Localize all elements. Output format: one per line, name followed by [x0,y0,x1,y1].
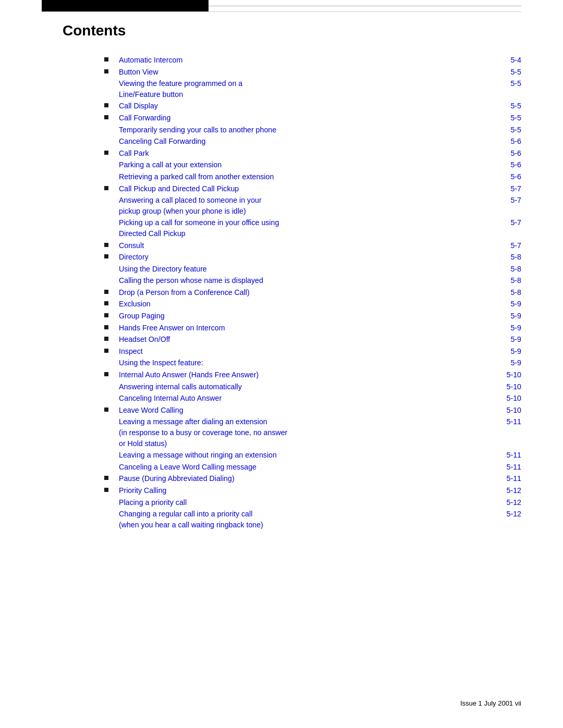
page-number: 5-10 [500,381,521,392]
toc-link[interactable]: Canceling a Leave Word Calling message [119,462,500,473]
toc-link[interactable]: Automatic Intercom [119,55,501,66]
bullet-icon [104,183,119,190]
list-item: Call Display 5-5 [104,101,521,112]
toc-link[interactable]: Answering a call placed to someone in yo… [119,195,501,216]
list-item: Exclusion 5-9 [104,299,521,310]
list-item: Retrieving a parked call from another ex… [104,171,521,182]
bullet-icon [104,240,119,247]
list-item: Leave Word Calling 5-10 [104,405,521,416]
toc-link[interactable]: Leave Word Calling [119,405,500,416]
bullet-icon [104,67,119,73]
list-item: Canceling a Leave Word Calling message 5… [104,462,521,473]
list-item: Inspect 5-9 [104,346,521,357]
list-item: Internal Auto Answer (Hands Free Answer)… [104,369,521,380]
toc-link[interactable]: Exclusion [119,299,501,310]
toc-link[interactable]: Answering internal calls automatically [119,381,500,392]
bullet-icon [104,485,119,492]
toc-link[interactable]: Leaving a message after dialing an exten… [119,416,500,449]
top-decoration [0,0,563,11]
toc-link[interactable]: Canceling Internal Auto Answer [119,393,500,404]
toc-link[interactable]: Using the Inspect feature: [119,357,501,368]
toc-link[interactable]: Using the Directory feature [119,264,501,275]
toc-link[interactable]: Group Paging [119,311,501,322]
toc-link[interactable]: Calling the person whose name is display… [119,275,501,286]
list-item: Priority Calling 5-12 [104,485,521,496]
list-item: Picking up a call for someone in your of… [104,217,521,239]
page-number: 5-9 [501,357,521,368]
page-number: 5-5 [501,78,521,89]
page-number: 5-12 [500,485,521,496]
toc-link[interactable]: Hands Free Answer on Intercom [119,323,501,334]
list-item: Call Park 5-6 [104,148,521,159]
toc-link[interactable]: Call Forwarding [119,113,501,124]
list-item: Calling the person whose name is display… [104,275,521,286]
toc-link[interactable]: Consult [119,240,501,251]
page-number: 5-6 [501,148,521,159]
toc-link[interactable]: Placing a priority call [119,497,500,508]
toc-link[interactable]: Canceling Call Forwarding [119,136,501,147]
list-item: Using the Inspect feature: 5-9 [104,357,521,368]
page-number: 5-6 [501,171,521,182]
page-number: 5-8 [501,252,521,263]
bullet-icon [104,299,119,305]
page-number: 5-4 [501,55,521,66]
list-item: Group Paging 5-9 [104,311,521,322]
list-item: Drop (a Person from a Conference Call) 5… [104,287,521,298]
toc-link[interactable]: Leaving a message without ringing an ext… [119,450,500,461]
list-item: Directory 5-8 [104,252,521,263]
page-number: 5-9 [501,334,521,345]
list-item: Viewing the feature programmed on aLine/… [104,78,521,100]
bullet-icon [104,405,119,412]
toc-link[interactable]: Button View [119,67,501,78]
list-item: Canceling Call Forwarding 5-6 [104,136,521,147]
list-item: Answering a call placed to someone in yo… [104,195,521,216]
page-number: 5-11 [500,462,521,473]
list-item: Button View 5-5 [104,67,521,78]
bullet-icon [104,252,119,258]
toc-link[interactable]: Retrieving a parked call from another ex… [119,171,501,182]
toc-link[interactable]: Directory [119,252,501,263]
page-number: 5-7 [501,217,521,228]
toc-link[interactable]: Headset On/Off [119,334,501,345]
toc-link[interactable]: Drop (a Person from a Conference Call) [119,287,501,298]
page-number: 5-5 [501,113,521,124]
toc-link[interactable]: Temporarily sending your calls to anothe… [119,125,501,135]
toc-link[interactable]: Internal Auto Answer (Hands Free Answer) [119,369,500,380]
page-number: 5-10 [500,393,521,404]
list-item: Headset On/Off 5-9 [104,334,521,345]
list-item: Using the Directory feature 5-8 [104,264,521,275]
toc-link[interactable]: Call Pickup and Directed Call Pickup [119,183,501,194]
list-item: Parking a call at your extension 5-6 [104,159,521,170]
page-number: 5-8 [501,275,521,286]
list-item: Call Pickup and Directed Call Pickup 5-7 [104,183,521,194]
page-number: 5-11 [500,473,521,484]
toc-link[interactable]: Call Park [119,148,501,159]
list-item: Leaving a message after dialing an exten… [104,416,521,449]
page-number: 5-5 [501,125,521,135]
list-item: Canceling Internal Auto Answer 5-10 [104,393,521,404]
toc-link[interactable]: Call Display [119,101,501,112]
footer: Issue 1 July 2001 vii [460,699,521,707]
page-number: 5-11 [500,450,521,461]
bullet-icon [104,311,119,317]
toc-container: Automatic Intercom 5-4 Button View 5-5 V… [0,55,563,530]
bullet-icon [104,323,119,329]
page-title: Contents [0,12,563,39]
toc-link[interactable]: Priority Calling [119,485,500,496]
toc-link[interactable]: Pause (During Abbreviated Dialing) [119,473,500,484]
page-container: Contents Automatic Intercom 5-4 Button V… [0,0,563,728]
top-bar-black [42,0,209,11]
toc-link[interactable]: Picking up a call for someone in your of… [119,217,501,239]
toc-link[interactable]: Viewing the feature programmed on aLine/… [119,78,501,100]
toc-link[interactable]: Parking a call at your extension [119,159,501,170]
toc-link[interactable]: Changing a regular call into a priority … [119,509,500,530]
page-number: 5-7 [501,183,521,194]
list-item: Call Forwarding 5-5 [104,113,521,124]
bullet-icon [104,55,119,61]
toc-link[interactable]: Inspect [119,346,501,357]
page-number: 5-9 [501,299,521,310]
page-number: 5-7 [501,195,521,206]
list-item: Automatic Intercom 5-4 [104,55,521,66]
bullet-icon [104,101,119,107]
bullet-icon [104,287,119,294]
